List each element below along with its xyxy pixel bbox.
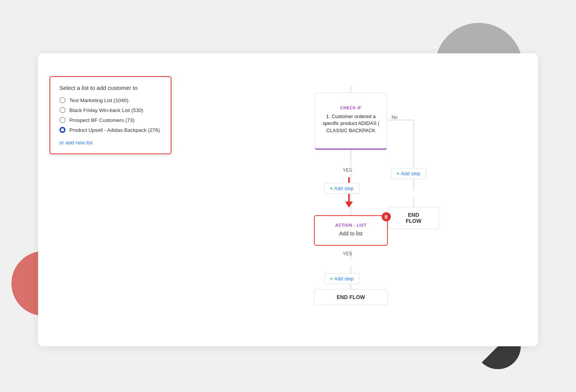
check-if-content: 1. Customer ordered a specific product A… <box>315 112 387 139</box>
list-item-label-4: Product Upsell - Adidas Backpack (276) <box>69 127 160 133</box>
yes-label-bottom: YES <box>343 251 352 256</box>
action-list-content: Add to list <box>334 229 368 241</box>
list-item-label-2: Black Friday Win-back List (530) <box>69 107 143 113</box>
add-step-button-bottom[interactable]: Add step <box>324 273 360 284</box>
end-flow-node-no-branch[interactable]: END FLOW <box>388 207 439 229</box>
delete-action-list-button[interactable]: 🗑 <box>382 212 391 221</box>
radio-button-4[interactable] <box>59 127 66 133</box>
arrow-head <box>345 202 353 208</box>
add-step-button-top[interactable]: Add step <box>324 183 360 194</box>
check-if-label: CHECK IF <box>336 102 365 112</box>
list-item-label-3: Prospect BF Customers (73) <box>69 117 134 123</box>
check-if-node[interactable]: CHECK IF 1. Customer ordered a specific … <box>315 93 387 150</box>
list-item-2[interactable]: Black Friday Win-back List (530) <box>59 107 162 113</box>
no-label: No <box>392 115 397 120</box>
radio-options-list: Text Marketing List (1040) Black Friday … <box>59 97 162 133</box>
list-item-3[interactable]: Prospect BF Customers (73) <box>59 117 162 123</box>
list-item-1[interactable]: Text Marketing List (1040) <box>59 97 162 103</box>
add-step-button-no-branch[interactable]: Add step <box>391 168 426 179</box>
main-panel: Select a list to add customer to Text Ma… <box>38 53 538 346</box>
list-selector-title: Select a list to add customer to <box>59 85 162 91</box>
yes-label-top: YES <box>343 168 352 173</box>
radio-button-2[interactable] <box>59 107 66 113</box>
action-list-label: ACTION - LIST <box>331 220 370 229</box>
list-selector-panel: Select a list to add customer to Text Ma… <box>50 76 171 154</box>
action-list-node[interactable]: 🗑 ACTION - LIST Add to list <box>314 215 388 246</box>
end-flow-node-main[interactable]: END FLOW <box>314 289 388 305</box>
radio-button-3[interactable] <box>59 117 66 123</box>
list-item-4[interactable]: Product Upsell - Adidas Backpack (276) <box>59 127 162 133</box>
flow-diagram-area: CHECK IF 1. Customer ordered a specific … <box>183 53 538 346</box>
add-new-list-link[interactable]: or add new list <box>59 140 93 146</box>
trash-icon: 🗑 <box>384 214 389 219</box>
radio-button-1[interactable] <box>59 97 66 103</box>
flow-container: CHECK IF 1. Customer ordered a specific … <box>265 86 456 322</box>
list-item-label-1: Text Marketing List (1040) <box>69 98 128 103</box>
